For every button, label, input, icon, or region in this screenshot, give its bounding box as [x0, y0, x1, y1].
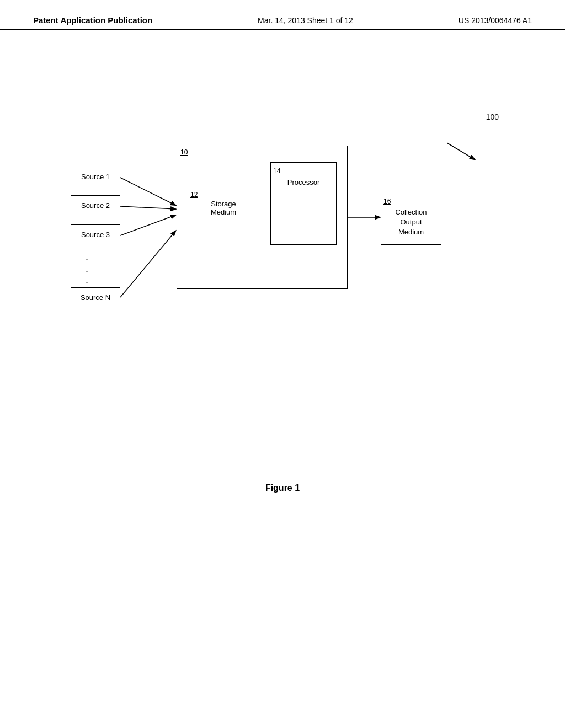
processor-ref-label: 14 [273, 167, 280, 175]
collection-box: 16 Collection Output Medium [381, 190, 441, 245]
svg-line-1 [120, 206, 175, 209]
ref-100-label: 100 [486, 113, 499, 121]
patent-number-label: US 2013/0064476 A1 [459, 16, 532, 25]
svg-line-2 [120, 215, 175, 235]
page-header: Patent Application Publication Mar. 14, … [0, 0, 565, 30]
svg-line-6 [447, 143, 475, 159]
sourceN-box: Source N [71, 287, 120, 307]
processor-box: 14 Processor [270, 162, 337, 245]
source3-box: Source 3 [71, 224, 120, 244]
diagram-area: 100 Source 1 Source 2 Source 3 · · · Sou… [0, 41, 565, 537]
date-sheet-label: Mar. 14, 2013 Sheet 1 of 12 [258, 16, 353, 25]
publication-label: Patent Application Publication [33, 15, 152, 25]
system-ref-label: 10 [180, 148, 188, 156]
svg-line-0 [120, 178, 175, 205]
source1-box: Source 1 [71, 167, 120, 186]
collection-ref-label: 16 [383, 197, 391, 206]
storage-ref-label: 12 [190, 191, 198, 199]
dots-indicator: · · · [86, 253, 88, 289]
svg-line-3 [120, 231, 175, 297]
figure-caption: Figure 1 [0, 483, 565, 493]
source2-box: Source 2 [71, 195, 120, 215]
storage-box: 12 Storage Medium [188, 179, 259, 228]
